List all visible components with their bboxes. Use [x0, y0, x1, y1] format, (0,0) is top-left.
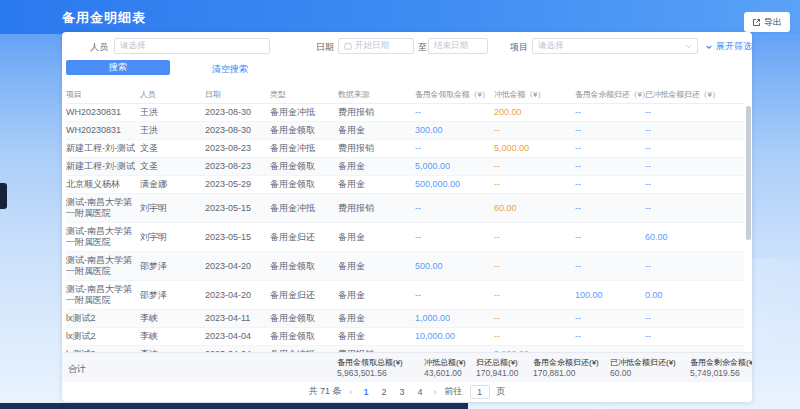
table-cell: 备用金冲抵: [270, 104, 338, 121]
goto-page-input[interactable]: 1: [470, 385, 490, 399]
table-cell: --: [494, 287, 575, 304]
table-cell: 60.00: [494, 200, 575, 217]
table-cell: 2023-04-20: [205, 287, 270, 304]
summary-item-label: 备用金领取总额(¥): [337, 357, 403, 368]
table-row[interactable]: lx测试2李峡2023-04-04备用金领取备用金10,000.00------: [66, 328, 744, 346]
table-cell: 邵梦泽: [140, 287, 205, 304]
table-cell: --: [575, 229, 645, 246]
page-number-button[interactable]: 2: [379, 387, 390, 397]
table-cell: --: [494, 122, 575, 139]
table-cell: 费用报销: [338, 200, 415, 217]
export-button-label: 导出: [764, 16, 782, 29]
pagination-total-text: 共 71 条: [308, 385, 341, 398]
pagination-bar: 共 71 条 ‹ 1234 › 前往 1 页: [62, 383, 752, 400]
table-cell: --: [494, 328, 575, 345]
table-row[interactable]: 北京顺义杨林满金娜2023-05-29备用金领取备用金500,000.00---…: [66, 176, 744, 194]
person-placeholder: 请选择: [120, 40, 146, 52]
table-cell: 测试-南昌大学第一附属医院: [66, 252, 140, 280]
table-row[interactable]: 新建工程-刘-测试文圣2023-08-23备用金冲抵费用报销--5,000.00…: [66, 140, 744, 158]
table-cell: 0.00: [645, 287, 741, 304]
column-header: 日期: [205, 89, 270, 100]
table-row[interactable]: lx测试2李峡2023-04-11备用金领取备用金1,000.00------: [66, 310, 744, 328]
sidebar-collapse-handle[interactable]: [0, 183, 7, 209]
table-header-row: 项目人员日期类型数据来源备用金领取金额（¥）冲抵金额（¥）备用金余额归还（¥）已…: [66, 85, 744, 104]
summary-item-label: 已冲抵金额归还(¥): [610, 357, 676, 368]
table-cell: WH20230831: [66, 104, 140, 121]
table-cell: --: [645, 122, 741, 139]
export-icon: [752, 18, 761, 27]
page-number-button[interactable]: 4: [415, 387, 426, 397]
table-cell: 新建工程-刘-测试: [66, 140, 140, 157]
table-body: WH20230831王洪2023-08-30备用金冲抵费用报销--200.00-…: [66, 104, 744, 352]
summary-item-label: 备用金剩余金额(¥): [690, 357, 752, 368]
column-header: 备用金领取金额（¥）: [415, 89, 494, 100]
project-placeholder: 请选择: [538, 40, 564, 52]
table-cell: 5,000.00: [494, 140, 575, 157]
summary-item: 归还总额(¥)170,941.00: [476, 357, 519, 379]
table-cell: 10,000.00: [415, 328, 494, 345]
table-cell: --: [415, 140, 494, 157]
search-button[interactable]: 搜索: [66, 60, 170, 75]
summary-item-value: 170,881.00: [533, 368, 599, 379]
table-row[interactable]: 新建工程-刘-测试文圣2023-08-23备用金领取备用金5,000.00---…: [66, 158, 744, 176]
bottom-bar: [0, 403, 468, 409]
project-select-input[interactable]: 请选择: [532, 38, 698, 54]
column-header: 人员: [140, 89, 205, 100]
table-cell: 备用金: [338, 229, 415, 246]
next-page-button[interactable]: ›: [433, 387, 438, 397]
table-cell: 100.00: [575, 287, 645, 304]
table-row[interactable]: WH20230831王洪2023-08-30备用金领取备用金300.00----…: [66, 122, 744, 140]
table-cell: 测试-南昌大学第一附属医院: [66, 223, 140, 251]
table-cell: 备用金: [338, 158, 415, 175]
person-select-input[interactable]: 请选择: [114, 38, 270, 54]
table-cell: 备用金领取: [270, 258, 338, 275]
table-scrollbar-thumb[interactable]: [746, 106, 751, 240]
table-cell: --: [415, 200, 494, 217]
table-cell: --: [645, 258, 741, 275]
table-cell: 新建工程-刘-测试: [66, 158, 140, 175]
content-card: 人员 请选择 日期 开始日期 至 结束日期 项目 请选择: [62, 32, 752, 402]
page-number-button[interactable]: 1: [361, 387, 372, 397]
column-header: 项目: [66, 89, 140, 100]
table-cell: --: [494, 158, 575, 175]
table-cell: --: [575, 310, 645, 327]
column-header: 数据来源: [338, 89, 415, 100]
table-cell: --: [494, 176, 575, 193]
table-row[interactable]: 测试-南昌大学第一附属医院邵梦泽2023-04-20备用金领取备用金500.00…: [66, 252, 744, 281]
table-row[interactable]: WH20230831王洪2023-08-30备用金冲抵费用报销--200.00-…: [66, 104, 744, 122]
summary-item-value: 60.00: [610, 368, 676, 379]
date-label: 日期: [316, 41, 334, 54]
table-cell: 备用金: [338, 122, 415, 139]
table-cell: 2023-08-30: [205, 122, 270, 139]
table-row[interactable]: 测试-南昌大学第一附属医院邵梦泽2023-04-20备用金归还备用金----10…: [66, 281, 744, 310]
clear-search-link[interactable]: 清空搜索: [212, 63, 248, 76]
prev-page-button[interactable]: ‹: [349, 387, 354, 397]
table-cell: --: [645, 104, 741, 121]
table-cell: 备用金: [338, 287, 415, 304]
table-cell: 备用金领取: [270, 176, 338, 193]
summary-item-label: 冲抵总额(¥): [424, 357, 466, 368]
page-number-button[interactable]: 3: [397, 387, 408, 397]
app-page: 备用金明细表 导出 人员 请选择 日期 开始日期 至 结束日期 项目: [0, 0, 800, 409]
column-header: 已冲抵金额归还（¥）: [645, 89, 741, 100]
table-cell: 满金娜: [140, 176, 205, 193]
table-row[interactable]: 测试-南昌大学第一附属医院刘宇明2023-05-15备用金冲抵费用报销--60.…: [66, 194, 744, 223]
expand-filter-link[interactable]: 展开筛选: [705, 40, 752, 53]
export-button[interactable]: 导出: [744, 12, 790, 32]
date-end-input[interactable]: 结束日期: [428, 38, 488, 54]
summary-item-label: 归还总额(¥): [476, 357, 519, 368]
column-header: 类型: [270, 89, 338, 100]
table-cell: 王洪: [140, 104, 205, 121]
table-cell: --: [575, 158, 645, 175]
table-cell: 备用金领取: [270, 328, 338, 345]
summary-total-label: 合计: [68, 363, 86, 376]
date-start-input[interactable]: 开始日期: [338, 38, 414, 54]
table-cell: --: [575, 200, 645, 217]
summary-item-value: 170,941.00: [476, 368, 519, 379]
table-cell: 2023-05-29: [205, 176, 270, 193]
table-cell: 60.00: [645, 229, 741, 246]
table-cell: 2023-04-04: [205, 328, 270, 345]
table-row[interactable]: 测试-南昌大学第一附属医院刘宇明2023-05-15备用金归还备用金------…: [66, 223, 744, 252]
table-cell: 测试-南昌大学第一附属医院: [66, 194, 140, 222]
date-end-placeholder: 结束日期: [434, 40, 468, 52]
